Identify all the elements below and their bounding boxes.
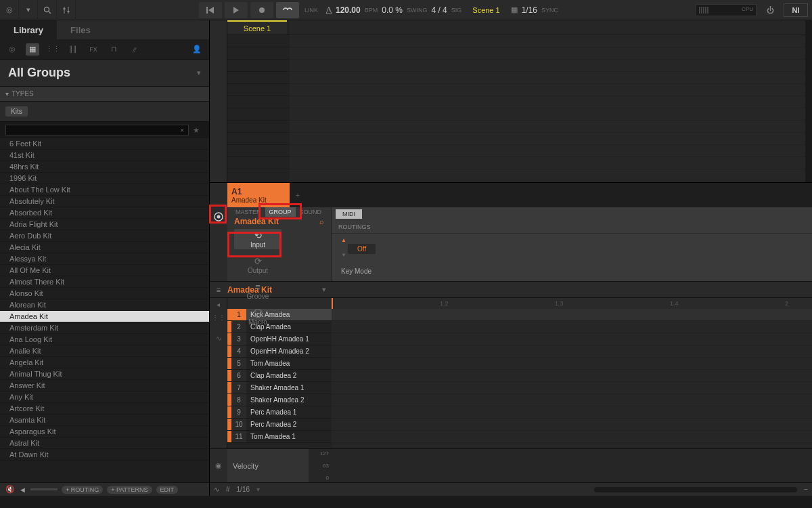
channel-icon-button[interactable]	[210, 207, 227, 281]
kit-item[interactable]: 48hrs Kit	[0, 161, 209, 173]
pattern-view-icon[interactable]: ≡	[210, 286, 227, 294]
loop-button[interactable]	[276, 2, 299, 18]
filter-oneshots-icon[interactable]: ⫽	[127, 43, 141, 56]
kit-item[interactable]: Alonso Kit	[0, 288, 209, 299]
kit-item[interactable]: Asamta Kit	[0, 415, 209, 426]
footer-patterns[interactable]: + PATTERNS	[107, 486, 152, 494]
velocity-icon[interactable]: ◉	[210, 449, 227, 482]
kit-item[interactable]: Aero Dub Kit	[0, 230, 209, 242]
sound-row[interactable]: 11Tom Amadea 1	[227, 431, 332, 443]
pattern-grid[interactable]: 1.2 1.3 1.4 2	[332, 298, 812, 448]
pattern-grid-row[interactable]	[332, 431, 812, 443]
velocity-label[interactable]: Velocity	[227, 449, 309, 482]
arranger-scrollbar[interactable]	[805, 20, 812, 182]
sync-value[interactable]: 1/16	[522, 5, 537, 15]
routing-arrows-icon[interactable]: ▲▼	[341, 238, 346, 258]
group-chip-a1[interactable]: A1 Amadea Kit	[227, 183, 290, 207]
kit-item[interactable]: Artcore Kit	[0, 403, 209, 415]
sound-row[interactable]: 10Perc Amadea 2	[227, 419, 332, 431]
kit-item[interactable]: At Dawn Kit	[0, 449, 209, 461]
pattern-grid-row[interactable]	[332, 419, 812, 431]
timeline-ruler[interactable]: 1.2 1.3 1.4 2	[332, 298, 812, 309]
kit-item[interactable]: Animal Thug Kit	[0, 368, 209, 380]
pattern-grid-row[interactable]	[332, 321, 812, 333]
bpm-value[interactable]: 120.00	[336, 5, 361, 15]
kit-item[interactable]: Astral Kit	[0, 438, 209, 449]
clear-search-icon[interactable]: ×	[180, 127, 184, 134]
sound-row[interactable]: 3OpenHH Amadea 1	[227, 333, 332, 345]
volume-slider[interactable]	[30, 488, 58, 490]
kit-item[interactable]: Alecia Kit	[0, 242, 209, 253]
filter-fx-icon[interactable]: FX	[87, 43, 100, 56]
kit-item[interactable]: Ana Loog Kit	[0, 334, 209, 345]
search-input[interactable]: ×	[5, 125, 189, 135]
favorite-icon[interactable]: ★	[193, 126, 204, 135]
preview-icon[interactable]: 🔇	[5, 485, 15, 494]
kit-item[interactable]: Asparagus Kit	[0, 426, 209, 438]
kit-item[interactable]: Almost There Kit	[0, 276, 209, 288]
footer-edit[interactable]: EDIT	[156, 486, 179, 494]
play-button[interactable]	[225, 2, 248, 18]
maschine-logo-icon[interactable]: ◎	[0, 0, 19, 20]
kit-item[interactable]: Angela Kit	[0, 357, 209, 368]
header-scene[interactable]: Scene 1	[472, 6, 499, 14]
ni-logo-icon[interactable]: NI	[784, 3, 808, 17]
grid-snap-icon[interactable]: #	[226, 486, 230, 493]
sound-row[interactable]: 6Clap Amadea 2	[227, 370, 332, 382]
kit-item[interactable]: Amsterdam Kit	[0, 322, 209, 334]
type-tag-kits[interactable]: Kits	[5, 106, 28, 117]
restart-button[interactable]	[199, 2, 222, 18]
kit-item[interactable]: Analie Kit	[0, 345, 209, 357]
mute-icon[interactable]: ◂	[217, 301, 220, 308]
swing-value[interactable]: 0.0 %	[382, 5, 403, 15]
sound-row[interactable]: 9Perc Amadea 1	[227, 406, 332, 419]
tab-library[interactable]: Library	[0, 20, 57, 39]
search-icon[interactable]	[38, 0, 57, 20]
velocity-grid[interactable]	[332, 449, 812, 482]
kit-item[interactable]: Alessya Kit	[0, 253, 209, 265]
kit-item[interactable]: 1996 Kit	[0, 173, 209, 184]
footer-routing[interactable]: + ROUTING	[62, 486, 103, 494]
kit-item[interactable]: Alorean Kit	[0, 299, 209, 311]
filter-loops-icon[interactable]: ⊓	[107, 43, 120, 56]
pattern-grid-row[interactable]	[332, 333, 812, 345]
metronome-icon[interactable]	[322, 0, 336, 20]
filter-instruments-icon[interactable]: ∥∥	[66, 43, 80, 56]
zoom-out-icon[interactable]: −	[804, 486, 808, 493]
record-button[interactable]	[250, 2, 273, 18]
pattern-grid-row[interactable]	[332, 382, 812, 394]
tab-group[interactable]: GROUP	[265, 207, 296, 217]
pattern-grid-row[interactable]	[332, 370, 812, 382]
add-group-button[interactable]: +	[290, 183, 306, 207]
sound-row[interactable]: 5Tom Amadea	[227, 358, 332, 370]
kit-item[interactable]: About The Low Kit	[0, 184, 209, 196]
tab-master[interactable]: MASTER	[231, 207, 265, 217]
scene-tab-1[interactable]: Scene 1	[227, 20, 287, 35]
kit-item[interactable]: 6 Feet Kit	[0, 138, 209, 150]
grid-value[interactable]: 1/16	[237, 486, 250, 493]
grid-dropdown-icon[interactable]: ▾	[256, 486, 260, 493]
arranger-grid[interactable]	[290, 20, 812, 182]
macro-button[interactable]: ◯ Macro	[234, 306, 281, 326]
tab-files[interactable]: Files	[57, 20, 104, 39]
pattern-grid-row[interactable]	[332, 358, 812, 370]
kit-item[interactable]: All Of Me Kit	[0, 265, 209, 276]
control-search-icon[interactable]: ⌕	[319, 217, 324, 226]
pattern-grid-row[interactable]	[332, 345, 812, 358]
waveform-icon[interactable]: ∿	[216, 335, 221, 342]
pattern-grid-row[interactable]	[332, 406, 812, 419]
power-icon[interactable]: ⏻	[761, 0, 780, 20]
kit-item[interactable]: Absolutely Kit	[0, 196, 209, 207]
kit-item[interactable]: Amadea Kit	[0, 311, 209, 322]
grid-icon[interactable]: ⋮⋮	[212, 314, 225, 321]
sound-row[interactable]: 7Shaker Amadea 1	[227, 382, 332, 394]
groove-button[interactable]: ≡ Groove	[234, 280, 281, 301]
mixer-icon[interactable]	[57, 0, 76, 20]
kit-item[interactable]: Answer Kit	[0, 380, 209, 391]
kit-item[interactable]: Any Kit	[0, 391, 209, 403]
dropdown-icon[interactable]: ▾	[19, 0, 38, 20]
input-button[interactable]: ⟲ Input	[234, 229, 281, 249]
kit-item[interactable]: 41st Kit	[0, 150, 209, 161]
pattern-grid-row[interactable]	[332, 394, 812, 406]
kit-list[interactable]: 6 Feet Kit41st Kit48hrs Kit1996 KitAbout…	[0, 138, 209, 482]
